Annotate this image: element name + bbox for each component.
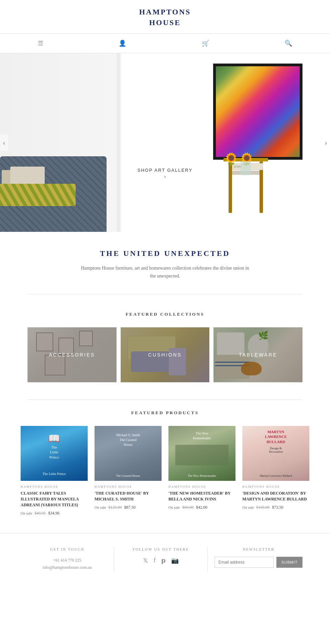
search-icon[interactable]: 🔍 xyxy=(271,38,306,49)
product-brand-4: HAMPTONS HOUSE xyxy=(242,485,309,488)
featured-collections-title: FEATURED COLLECTIONS xyxy=(28,312,302,317)
site-title: HAMPTONS HOUSE xyxy=(0,7,330,28)
shop-art-gallery-button[interactable]: SHOP ART GALLERY › xyxy=(127,163,203,184)
footer-newsletter: NEWSLETTER SUBMIT xyxy=(208,547,309,572)
footer-newsletter-title: NEWSLETTER xyxy=(214,547,302,551)
tagline-section: THE UNITED UNEXPECTED Hamptons House fur… xyxy=(0,232,330,294)
product-image-4: MARTYNLAWRENCEBULLARD Design &Decoration xyxy=(242,426,309,481)
collection-accessories-label: ACCESSORIES xyxy=(28,327,117,382)
collection-tableware[interactable]: 🌿 TABLEWARE xyxy=(213,327,302,382)
social-icons-group: 𝕏 f 𝗽 📷 xyxy=(121,557,200,564)
hero-section: HOME 🌻🌻 SHOP ART GALLERY › ‹ › xyxy=(0,53,330,232)
instagram-icon[interactable]: 📷 xyxy=(171,557,179,564)
product-price-4: On sale $105.00 $73.50 xyxy=(242,505,309,510)
hero-next-arrow[interactable]: › xyxy=(322,134,330,150)
featured-collections-section: FEATURED COLLECTIONS ACCESSORIES C xyxy=(0,294,330,399)
product-image-2: Michael S. SmithThe CuratedHouse xyxy=(95,426,162,481)
products-grid: 📖 TheLittlePrince HAMPTONS HOUSE CLASSIC… xyxy=(21,426,309,516)
product-name-1: CLASSIC FAIRY TALES ILLUSTRATED BY MANUE… xyxy=(21,490,88,508)
collection-cushions-label: CUSHIONS xyxy=(121,327,210,382)
nav-bar: ☰ 👤 🛒 🔍 xyxy=(0,34,330,53)
featured-products-title: FEATURED PRODUCTS xyxy=(21,410,309,416)
collection-cushions[interactable]: CUSHIONS xyxy=(121,327,210,382)
newsletter-email-input[interactable] xyxy=(214,557,274,568)
featured-products-section: FEATURED PRODUCTS 📖 TheLittlePrince HAMP… xyxy=(0,400,330,533)
product-image-3: The NewHomesteader xyxy=(168,426,235,481)
tagline-title: THE UNITED UNEXPECTED xyxy=(28,249,302,258)
product-item-4[interactable]: MARTYNLAWRENCEBULLARD Design &Decoration… xyxy=(242,426,309,516)
footer-email: info@hamptonshouse.com.au xyxy=(28,564,107,572)
product-name-2: 'THE CURATED HOUSE' BY MICHAEL S. SMITH xyxy=(95,490,162,502)
tagline-description: Hamptons House furniture, art and homewa… xyxy=(79,264,251,281)
site-header: HAMPTONS HOUSE xyxy=(0,0,330,34)
hero-prev-arrow[interactable]: ‹ xyxy=(0,134,8,150)
footer-social-title: FOLLOW US OUT THERE xyxy=(121,547,200,551)
product-brand-1: HAMPTONS HOUSE xyxy=(21,485,88,488)
product-price-2: On sale $125.00 $87.50 xyxy=(95,505,162,510)
collection-accessories[interactable]: ACCESSORIES xyxy=(28,327,117,382)
product-item-1[interactable]: 📖 TheLittlePrince HAMPTONS HOUSE CLASSIC… xyxy=(21,426,88,516)
collections-grid: ACCESSORIES CUSHIONS xyxy=(28,327,302,382)
site-footer: GET IN TOUCH +61 414 770 225 info@hampto… xyxy=(0,533,330,582)
product-item-2[interactable]: Michael S. SmithThe CuratedHouse HAMPTON… xyxy=(95,426,162,516)
product-name-3: 'THE NEW HOMESTEADER' BY BELLA AND NICK … xyxy=(168,490,235,502)
footer-contact: GET IN TOUCH +61 414 770 225 info@hampto… xyxy=(21,547,114,572)
product-price-1: On sale $49.95 $34.96 xyxy=(21,511,88,516)
newsletter-form: SUBMIT xyxy=(214,557,302,568)
product-brand-2: HAMPTONS HOUSE xyxy=(95,485,162,488)
account-icon[interactable]: 👤 xyxy=(105,38,140,49)
pillow-pattern xyxy=(0,184,76,206)
product-item-3[interactable]: The NewHomesteader HAMPTONS HOUSE 'THE N… xyxy=(168,426,235,516)
hero-painting xyxy=(213,64,302,160)
footer-social: FOLLOW US OUT THERE 𝕏 f 𝗽 📷 xyxy=(114,547,208,572)
menu-icon[interactable]: ☰ xyxy=(24,38,57,49)
footer-phone: +61 414 770 225 xyxy=(28,557,107,564)
facebook-icon[interactable]: f xyxy=(154,557,156,564)
footer-contact-title: GET IN TOUCH xyxy=(28,547,107,551)
hero-background: HOME 🌻🌻 xyxy=(0,53,330,232)
product-price-3: On sale $60.00 $42.00 xyxy=(168,505,235,510)
collection-tableware-label: TABLEWARE xyxy=(213,327,302,382)
cart-icon[interactable]: 🛒 xyxy=(188,38,223,49)
twitter-icon[interactable]: 𝕏 xyxy=(143,557,148,564)
product-image-1: 📖 TheLittlePrince xyxy=(21,426,88,481)
product-brand-3: HAMPTONS HOUSE xyxy=(168,485,235,488)
pinterest-icon[interactable]: 𝗽 xyxy=(161,557,166,564)
product-name-4: 'DESIGN AND DECORATION' BY MARTYN LAWREN… xyxy=(242,490,309,502)
hero-sofa xyxy=(0,156,107,232)
newsletter-submit-button[interactable]: SUBMIT xyxy=(276,557,302,568)
hero-vase xyxy=(241,161,251,175)
